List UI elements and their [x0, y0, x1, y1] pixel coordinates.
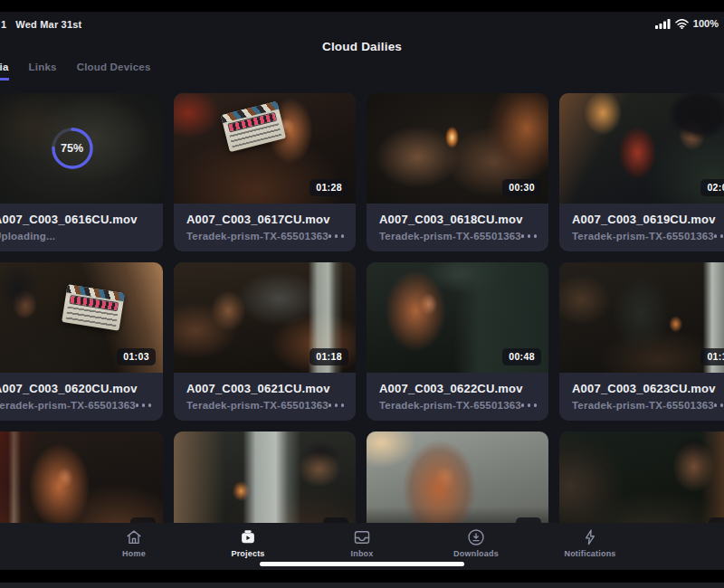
home-icon [124, 527, 144, 547]
home-indicator[interactable] [260, 562, 464, 566]
duration-badge: 01:28 [310, 179, 348, 196]
projects-icon [238, 527, 258, 547]
clip-thumbnail: 75% [0, 93, 163, 204]
clip-filename: A007_C003_0623CU.mov [572, 382, 724, 395]
more-menu-button[interactable] [136, 401, 152, 410]
clip-source-device: Teradek-prism-TX-65501363 [186, 400, 329, 411]
clip-card-0621[interactable]: 01:18 A007_C003_0621CU.mov Teradek-prism… [174, 262, 356, 421]
cellular-signal-icon [655, 19, 671, 29]
clip-filename: A007_C003_0621CU.mov [186, 382, 343, 395]
clip-source-device: Teradek-prism-TX-65501363 [379, 400, 521, 411]
clip-card-0618[interactable]: 00:30 A007_C003_0618CU.mov Teradek-prism… [367, 93, 548, 251]
more-menu-button[interactable] [714, 232, 724, 241]
clip-filename: A007_C003_0616CU.mov [0, 213, 150, 226]
duration-badge: 01:1 [700, 348, 724, 365]
top-letterbox-band [0, 0, 724, 12]
nav-label: Notifications [564, 549, 615, 558]
clip-thumbnail: 01:28 [174, 93, 356, 204]
duration-badge: 00:48 [502, 348, 541, 365]
more-menu-button[interactable] [329, 232, 345, 241]
clip-filename: A007_C003_0618CU.mov [379, 213, 536, 226]
notifications-icon [580, 527, 600, 547]
bottom-edge-band [0, 583, 724, 588]
clip-thumbnail: 01:1 [559, 262, 724, 373]
clip-card-0616[interactable]: 75% A007_C003_0616CU.mov Uploading... [0, 93, 163, 251]
status-bar: 1 Wed Mar 31st 100% [0, 12, 724, 35]
clip-filename: A007_C003_0617CU.mov [186, 213, 343, 226]
duration-badge: 00:30 [502, 179, 541, 196]
clip-thumbnail: 01:03 [0, 262, 163, 373]
upload-progress-percent: 75% [50, 126, 95, 171]
clip-thumbnail: 02:0 [559, 93, 724, 204]
wifi-icon [675, 19, 689, 29]
clapperboard-prop [221, 101, 286, 152]
clip-source-device: Teradek-prism-TX-65501363 [186, 231, 329, 242]
clip-card-0622[interactable]: 00:48 A007_C003_0622CU.mov Teradek-prism… [367, 262, 548, 421]
cloud-dailies-app: 1 Wed Mar 31st 100% [0, 0, 724, 588]
nav-item-notifications[interactable]: Notifications [533, 527, 647, 558]
clip-filename: A007_C003_0620CU.mov [0, 382, 150, 395]
clip-source-device: Teradek-prism-TX-65501363 [572, 231, 714, 242]
clip-thumbnail: 00:48 [367, 262, 548, 373]
more-menu-button[interactable] [521, 401, 538, 410]
downloads-icon [466, 527, 486, 547]
status-date: Wed Mar 31st [15, 19, 81, 30]
clip-card-0620[interactable]: 01:03 A007_C003_0620CU.mov Teradek-prism… [0, 262, 163, 421]
nav-item-home[interactable]: Home [77, 527, 191, 558]
status-time-fragment: 1 [1, 19, 6, 30]
more-menu-button[interactable] [329, 401, 345, 410]
clip-card-0617[interactable]: 01:28 A007_C003_0617CU.mov Teradek-prism… [174, 93, 356, 251]
duration-badge: 01:03 [117, 348, 156, 365]
nav-item-projects[interactable]: Projects [191, 527, 305, 558]
more-menu-button[interactable] [714, 401, 724, 410]
nav-label: Projects [231, 549, 264, 558]
clip-filename: A007_C003_0622CU.mov [379, 382, 536, 395]
nav-label: Downloads [453, 549, 499, 558]
more-menu-button[interactable] [521, 232, 538, 241]
status-right: 100% [655, 18, 719, 29]
clip-status-text: Uploading... [0, 231, 55, 242]
clip-thumbnail: 00:30 [367, 93, 548, 204]
clip-grid: 75% A007_C003_0616CU.mov Uploading... 01… [0, 93, 724, 588]
nav-item-inbox[interactable]: Inbox [305, 527, 419, 558]
duration-badge: 02:0 [700, 179, 724, 196]
status-left: 1 Wed Mar 31st [1, 19, 81, 30]
clip-source-device: Teradek-prism-TX-65501363 [0, 400, 136, 411]
tab-media[interactable]: Media [0, 62, 9, 81]
clip-source-device: Teradek-prism-TX-65501363 [379, 231, 521, 242]
clip-source-device: Teradek-prism-TX-65501363 [572, 400, 714, 411]
nav-item-downloads[interactable]: Downloads [419, 527, 533, 558]
nav-label: Inbox [351, 549, 374, 558]
inbox-icon [352, 527, 372, 547]
clapperboard-prop [62, 285, 126, 331]
tab-bar: Media Links Cloud Devices [0, 62, 151, 81]
clip-card-0623[interactable]: 01:1 A007_C003_0623CU.mov Teradek-prism-… [559, 262, 724, 421]
page-title: Cloud Dailies [0, 40, 724, 53]
bottom-letterbox-band [0, 570, 724, 583]
battery-percent: 100% [693, 18, 719, 29]
tab-links[interactable]: Links [29, 62, 57, 81]
clip-filename: A007_C003_0619CU.mov [572, 213, 724, 226]
clip-card-0619[interactable]: 02:0 A007_C003_0619CU.mov Teradek-prism-… [559, 93, 724, 251]
tab-cloud-devices[interactable]: Cloud Devices [77, 62, 151, 81]
nav-label: Home [122, 549, 146, 558]
duration-badge: 01:18 [310, 348, 348, 365]
upload-progress-ring: 75% [50, 126, 95, 171]
clip-thumbnail: 01:18 [174, 262, 356, 373]
